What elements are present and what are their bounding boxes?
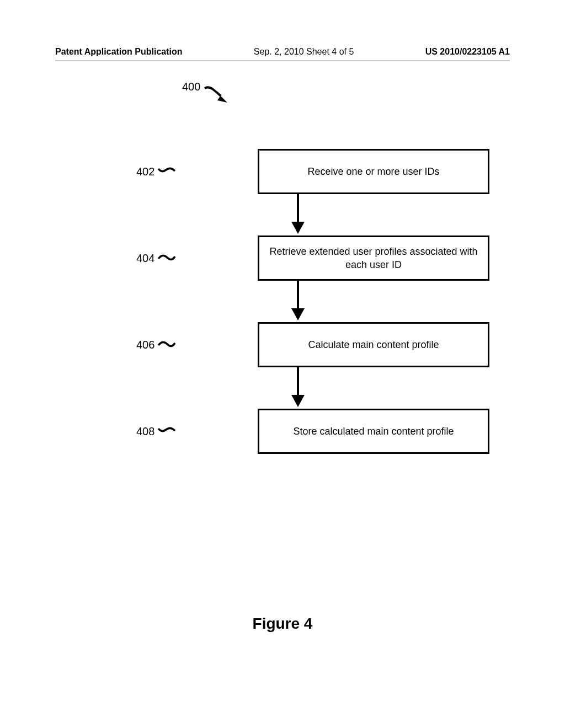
step-id-402: 402 <box>136 165 154 178</box>
flow-box-406: Calculate main content profile <box>258 322 489 367</box>
squiggle-icon <box>157 339 177 351</box>
flow-step-404: 404 Retrieve extended user profiles asso… <box>0 235 565 281</box>
arrow-down-icon <box>182 367 414 409</box>
svg-marker-6 <box>291 395 305 407</box>
header-date-sheet: Sep. 2, 2010 Sheet 4 of 5 <box>254 47 354 57</box>
step-label-402: 402 <box>136 165 177 178</box>
figure-number-label: 400 <box>182 81 200 93</box>
header-divider <box>55 61 510 61</box>
flow-step-408: 408 Store calculated main content profil… <box>0 409 565 454</box>
flow-step-406: 406 Calculate main content profile <box>0 322 565 367</box>
header-publication: Patent Application Publication <box>55 47 183 57</box>
flow-step-402: 402 Receive one or more user IDs <box>0 149 565 194</box>
flow-box-402: Receive one or more user IDs <box>258 149 489 194</box>
flow-box-text-402: Receive one or more user IDs <box>307 165 439 178</box>
step-id-408: 408 <box>136 425 154 438</box>
flow-box-text-408: Store calculated main content profile <box>293 425 454 438</box>
arrow-down-icon <box>182 281 414 322</box>
svg-marker-4 <box>291 308 305 320</box>
flowchart: 402 Receive one or more user IDs 404 <box>0 149 565 454</box>
figure-caption: Figure 4 <box>0 615 565 633</box>
flow-box-408: Store calculated main content profile <box>258 409 489 454</box>
step-label-406: 406 <box>136 339 177 351</box>
flow-box-404: Retrieve extended user profiles associat… <box>258 235 489 281</box>
step-id-406: 406 <box>136 339 154 351</box>
figure-pointer-arrow-icon <box>203 84 231 108</box>
step-label-404: 404 <box>136 252 177 265</box>
step-id-404: 404 <box>136 252 154 265</box>
squiggle-icon <box>157 165 177 178</box>
squiggle-icon <box>157 252 177 265</box>
step-label-408: 408 <box>136 425 177 438</box>
squiggle-icon <box>157 425 177 438</box>
flow-box-text-406: Calculate main content profile <box>308 338 439 351</box>
flow-box-text-404: Retrieve extended user profiles associat… <box>265 245 482 272</box>
page-header: Patent Application Publication Sep. 2, 2… <box>0 47 565 57</box>
arrow-down-icon <box>182 194 414 235</box>
header-patent-number: US 2010/0223105 A1 <box>425 47 510 57</box>
svg-marker-2 <box>291 222 305 234</box>
